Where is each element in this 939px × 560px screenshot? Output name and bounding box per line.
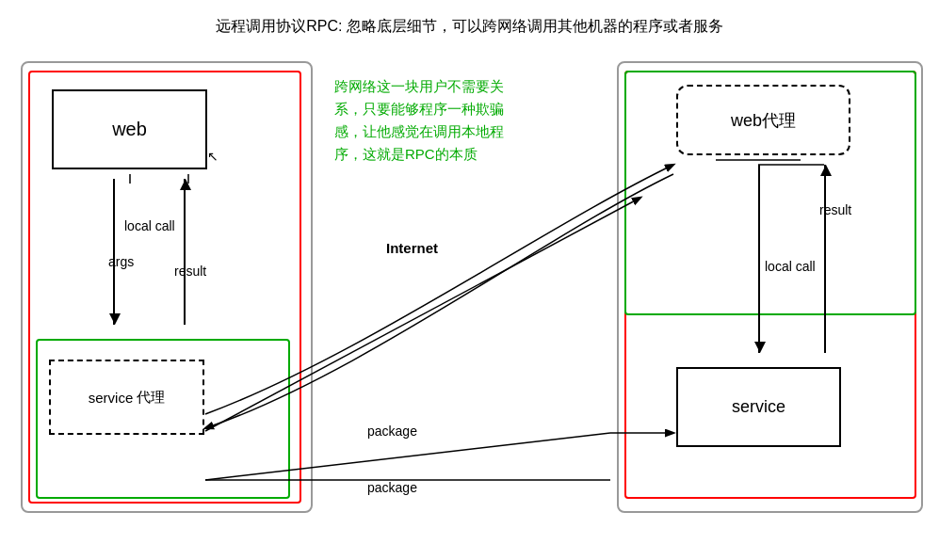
left-args-arrow: [113, 179, 115, 325]
left-service-box: service 代理: [49, 360, 204, 435]
right-web-proxy-box: web代理: [676, 85, 850, 155]
left-result-arrow: [184, 179, 186, 325]
left-service-label-text: service: [89, 390, 134, 406]
left-proxy-label-text: 代理: [137, 389, 165, 407]
right-local-call-label: local call: [765, 259, 816, 274]
internet-label: Internet: [386, 240, 438, 256]
left-result-label: result: [174, 264, 206, 279]
right-result-arrow: [824, 165, 826, 353]
package-label-top: package: [367, 424, 417, 439]
green-explanation-text: 跨网络这一块用户不需要关系，只要能够程序一种欺骗感，让他感觉在调用本地程序，这就…: [334, 75, 513, 166]
left-web-box: web: [52, 89, 207, 169]
main-title: 远程调用协议RPC: 忽略底层细节，可以跨网络调用其他机器的程序或者服务: [0, 17, 939, 37]
right-local-call-arrow: [758, 165, 760, 353]
package-label-bottom: package: [367, 480, 417, 495]
right-service-box: service: [676, 367, 841, 447]
cursor-icon: ↖: [207, 149, 219, 164]
left-local-call-label: local call: [124, 218, 175, 233]
